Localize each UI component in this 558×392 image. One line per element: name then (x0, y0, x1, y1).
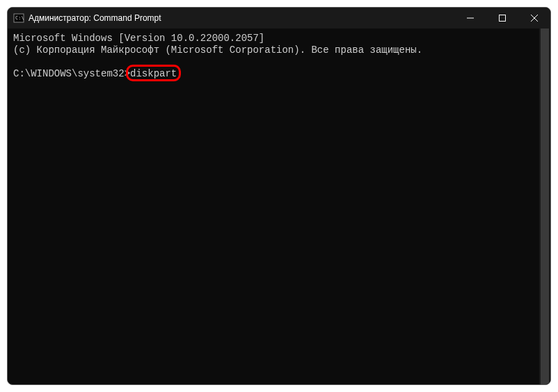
maximize-button[interactable] (486, 8, 518, 28)
command-input[interactable]: diskpart (130, 68, 177, 79)
window-controls (454, 8, 550, 28)
copyright-line: (c) Корпорация Майкрософт (Microsoft Cor… (13, 44, 545, 56)
svg-rect-3 (500, 15, 506, 22)
svg-text:C:\: C:\ (15, 15, 24, 21)
version-line: Microsoft Windows [Version 10.0.22000.20… (13, 33, 545, 44)
window-title: Администратор: Command Prompt (29, 13, 454, 23)
scrollbar-thumb[interactable] (541, 28, 549, 384)
titlebar[interactable]: C:\ Администратор: Command Prompt (8, 8, 550, 28)
command-prompt-window: C:\ Администратор: Command Prompt Micros… (7, 7, 551, 385)
vertical-scrollbar[interactable] (539, 28, 550, 384)
cmd-icon: C:\ (13, 13, 24, 24)
prompt-path: C:\WINDOWS\system32> (13, 68, 130, 79)
terminal-area[interactable]: Microsoft Windows [Version 10.0.22000.20… (8, 28, 550, 384)
close-button[interactable] (518, 8, 550, 28)
prompt-line: C:\WINDOWS\system32>diskpart (13, 68, 545, 80)
minimize-button[interactable] (454, 8, 486, 28)
